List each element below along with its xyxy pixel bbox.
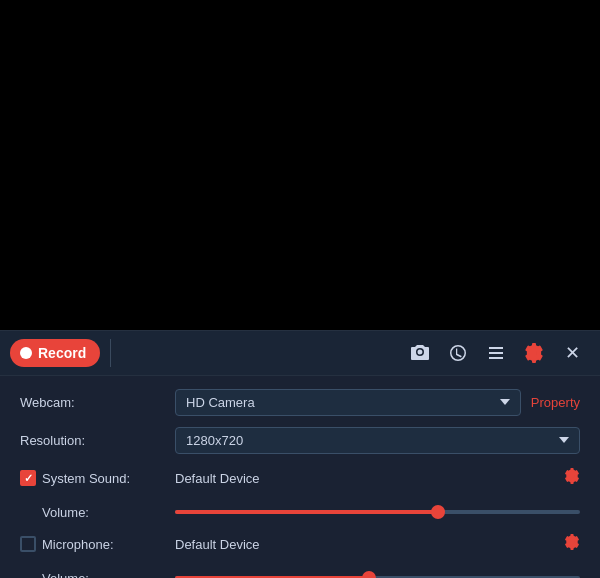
- system-volume-label: Volume:: [20, 505, 175, 520]
- system-sound-row: System Sound: Default Device: [20, 464, 580, 492]
- close-button[interactable]: ✕: [554, 335, 590, 371]
- system-sound-label: System Sound:: [20, 470, 175, 486]
- system-volume-slider[interactable]: [175, 502, 580, 522]
- property-link[interactable]: Property: [531, 395, 580, 410]
- system-device-control: Default Device: [175, 468, 580, 488]
- history-button[interactable]: [440, 335, 476, 371]
- mic-device-name: Default Device: [175, 537, 556, 552]
- microphone-gear-icon[interactable]: [564, 534, 580, 554]
- record-label: Record: [38, 345, 86, 361]
- system-volume-fill: [175, 510, 438, 514]
- settings-panel: Webcam: HD Camera Default Camera No Came…: [0, 376, 600, 578]
- system-sound-gear-icon[interactable]: [564, 468, 580, 488]
- webcam-row: Webcam: HD Camera Default Camera No Came…: [20, 388, 580, 416]
- toolbar-divider: [110, 339, 111, 367]
- screenshot-icon: [410, 343, 430, 363]
- microphone-label: Microphone:: [20, 536, 175, 552]
- webcam-label: Webcam:: [20, 395, 175, 410]
- resolution-row: Resolution: 1280x720 1920x1080 640x480: [20, 426, 580, 454]
- resolution-control: 1280x720 1920x1080 640x480: [175, 427, 580, 454]
- mic-volume-row: Volume:: [20, 568, 580, 578]
- system-volume-track: [175, 510, 580, 514]
- record-button[interactable]: Record: [10, 339, 100, 367]
- system-device-name: Default Device: [175, 471, 556, 486]
- history-icon: [448, 343, 468, 363]
- close-icon: ✕: [565, 342, 580, 364]
- toolbar: Record ✕: [0, 330, 600, 376]
- settings-icon: [524, 343, 544, 363]
- webcam-control: HD Camera Default Camera No Camera: [175, 389, 521, 416]
- resolution-select[interactable]: 1280x720 1920x1080 640x480: [175, 427, 580, 454]
- video-preview: [0, 0, 600, 330]
- microphone-checkbox[interactable]: [20, 536, 36, 552]
- settings-button[interactable]: [516, 335, 552, 371]
- mic-volume-slider[interactable]: [175, 568, 580, 578]
- mic-volume-label: Volume:: [20, 571, 175, 579]
- mic-device-control: Default Device: [175, 534, 580, 554]
- resolution-label: Resolution:: [20, 433, 175, 448]
- webcam-select[interactable]: HD Camera Default Camera No Camera: [175, 389, 521, 416]
- tools-button[interactable]: [478, 335, 514, 371]
- microphone-row: Microphone: Default Device: [20, 530, 580, 558]
- system-volume-row: Volume:: [20, 502, 580, 522]
- screenshot-button[interactable]: [402, 335, 438, 371]
- system-volume-thumb[interactable]: [431, 505, 445, 519]
- tools-icon: [486, 343, 506, 363]
- system-sound-checkbox[interactable]: [20, 470, 36, 486]
- record-dot: [20, 347, 32, 359]
- mic-volume-thumb[interactable]: [362, 571, 376, 578]
